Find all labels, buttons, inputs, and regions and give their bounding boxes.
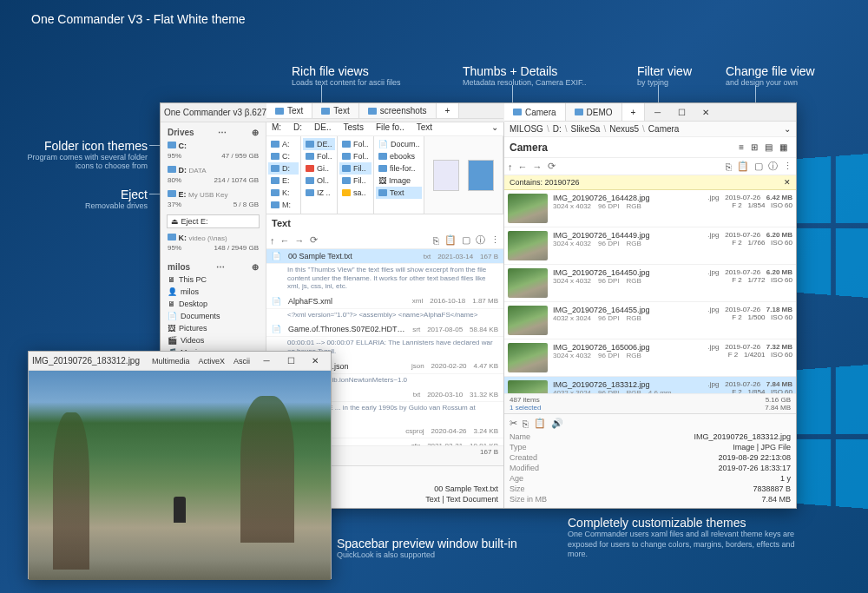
col-folder[interactable]: Fol.. [339, 138, 372, 150]
bc-part[interactable]: Camera [648, 124, 680, 134]
close-button[interactable]: ✕ [303, 353, 327, 370]
path-part[interactable]: Tests [344, 122, 364, 132]
col-folder[interactable]: Fol.. [303, 150, 335, 162]
nav-desktop[interactable]: 🖥 Desktop [164, 298, 262, 310]
copy-icon[interactable]: ⎘ [523, 418, 529, 429]
cut-icon[interactable]: ✂ [510, 418, 517, 429]
up-icon[interactable]: ↑ [508, 161, 513, 172]
view-custom-icon[interactable]: ▦ [776, 141, 791, 154]
back-icon[interactable]: ← [518, 161, 528, 172]
paste-icon[interactable]: 📋 [534, 418, 546, 429]
eject-button[interactable]: ⏏ Eject E: [167, 214, 260, 228]
info-icon[interactable]: ⓘ [476, 234, 485, 247]
photo-row[interactable]: IMG_20190726_164450.jpg 3024 x 403296 DP… [504, 265, 796, 302]
preview-tab-multimedia[interactable]: Multimedia [148, 357, 194, 366]
minimize-button[interactable]: ─ [645, 103, 669, 121]
preview-tab-activex[interactable]: ActiveX [194, 357, 229, 366]
col-drive[interactable]: E: [268, 175, 299, 187]
drive-item[interactable]: K: video (\\nas) 95%148 / 2949 GB [164, 231, 262, 255]
col-folder[interactable]: 🖼Image [376, 175, 422, 187]
col-folder[interactable]: Gi.. [303, 162, 335, 175]
back-icon[interactable]: ← [280, 235, 290, 246]
file-row[interactable]: 📄 AlphaFS.xml xml 2016-10-18 1.87 MB [266, 294, 503, 309]
nav-user[interactable]: 👤 milos [164, 286, 262, 298]
col-folder[interactable]: Fil.. [339, 175, 372, 187]
photo-row[interactable]: IMG_20190726_183312.jpg 4032 x 302496 DP… [504, 377, 796, 393]
refresh-icon[interactable]: ⟳ [310, 234, 318, 246]
path-part[interactable]: DE.. [314, 122, 331, 132]
tab-add[interactable]: + [622, 103, 646, 121]
filter-value[interactable]: 20190726 [545, 178, 580, 187]
bc-part[interactable]: D: [553, 124, 562, 134]
close-button[interactable]: ✕ [694, 103, 718, 121]
photo-row[interactable]: IMG_20190726_164449.jpg 3024 x 403296 DP… [504, 227, 796, 265]
col-folder[interactable]: Text [376, 187, 422, 199]
up-icon[interactable]: ↑ [270, 235, 275, 246]
maximize-button[interactable]: ☐ [279, 353, 303, 370]
preview-tab-ascii[interactable]: Ascii [229, 357, 254, 366]
bc-part[interactable]: Nexus5 [609, 124, 639, 134]
col-drive[interactable]: K: [268, 187, 299, 199]
chevron-down-icon[interactable]: ⌄ [491, 122, 498, 132]
col-drive[interactable]: M: [268, 199, 299, 211]
col-drive[interactable]: A: [268, 138, 299, 150]
paste-icon[interactable]: 📋 [737, 161, 749, 172]
drive-item[interactable]: C: 95%47 / 959 GB [164, 139, 262, 163]
forward-icon[interactable]: → [533, 161, 542, 172]
nav-documents[interactable]: 📄 Documents [164, 310, 262, 322]
bc-part[interactable]: SlikeSa [570, 124, 600, 134]
paste-icon[interactable]: 📋 [444, 234, 457, 246]
bc-part[interactable]: MILOSG [510, 124, 543, 134]
col-folder[interactable]: Ol.. [303, 175, 335, 187]
col-drive[interactable]: C: [268, 150, 299, 162]
drives-pin-icon[interactable]: ⊕ [252, 128, 259, 137]
photo-row[interactable]: IMG_20190726_164455.jpg 4032 x 302496 DP… [504, 302, 796, 339]
path-part[interactable]: File fo.. [376, 122, 404, 132]
tab-add[interactable]: + [437, 103, 460, 118]
copy-icon[interactable]: ⎘ [433, 235, 439, 246]
nav-pictures[interactable]: 🖼 Pictures [164, 322, 262, 334]
more-icon[interactable]: ⋮ [783, 161, 792, 172]
col-folder[interactable]: 📄Docum.. [376, 138, 422, 150]
minimize-button[interactable]: ─ [254, 353, 279, 370]
view-details-icon[interactable]: ▤ [761, 141, 776, 154]
col-folder[interactable]: IZ .. [303, 187, 335, 199]
col-drive[interactable]: D: [268, 162, 299, 175]
path-part[interactable]: Text [417, 122, 432, 132]
file-row[interactable]: 📄 00 Sample Text.txt txt 2021-03-14 167 … [266, 249, 503, 264]
file-thumb[interactable] [468, 160, 494, 191]
drives-menu-icon[interactable]: ⋯ [218, 128, 227, 137]
nav-videos[interactable]: 🎬 Videos [164, 334, 262, 346]
speaker-icon[interactable]: 🔊 [551, 418, 563, 429]
col-folder[interactable]: Fil.. [339, 162, 372, 175]
preview-titlebar[interactable]: IMG_20190726_183312.jpg Multimedia Activ… [29, 352, 331, 371]
tab-camera[interactable]: Camera [504, 103, 566, 121]
path-part[interactable]: M: [272, 122, 281, 132]
maximize-button[interactable]: ☐ [669, 103, 694, 121]
forward-icon[interactable]: → [295, 235, 305, 246]
tab-text-1[interactable]: Text [266, 103, 312, 118]
path-part[interactable]: D: [293, 122, 302, 132]
drive-item[interactable]: E: My USB Key 37%5 / 8 GB [164, 188, 262, 212]
new-folder-icon[interactable]: ▢ [462, 234, 470, 246]
file-thumb[interactable] [433, 160, 459, 191]
refresh-icon[interactable]: ⟳ [548, 161, 556, 172]
user-menu-icon[interactable]: ⋯ [216, 262, 226, 272]
photo-row[interactable]: IMG_20190726_165006.jpg 3024 x 403296 DP… [504, 339, 796, 377]
col-folder[interactable]: sa.. [339, 187, 372, 199]
nav-this-pc[interactable]: 🖥 This PC [164, 273, 262, 286]
view-list-icon[interactable]: ≡ [735, 141, 747, 154]
tab-screenshots[interactable]: screenshots [359, 103, 437, 118]
file-row[interactable]: 📄 Game.of.Thrones.S07E02.HDTV.x264-... s… [266, 322, 503, 337]
col-folder[interactable]: Fol.. [339, 150, 372, 162]
tab-text-2[interactable]: Text [312, 103, 358, 118]
col-folder[interactable]: DE.. [303, 138, 335, 150]
chevron-down-icon[interactable]: ⌄ [784, 124, 791, 134]
user-pin-icon[interactable]: ⊕ [252, 262, 259, 272]
drive-item[interactable]: D: DATA 80%214 / 1074 GB [164, 163, 262, 188]
view-thumbs-icon[interactable]: ⊞ [747, 141, 761, 154]
col-folder[interactable]: file-for.. [376, 162, 422, 175]
info-icon[interactable]: ⓘ [768, 160, 778, 173]
more-icon[interactable]: ⋮ [490, 234, 500, 246]
new-folder-icon[interactable]: ▢ [754, 161, 763, 172]
